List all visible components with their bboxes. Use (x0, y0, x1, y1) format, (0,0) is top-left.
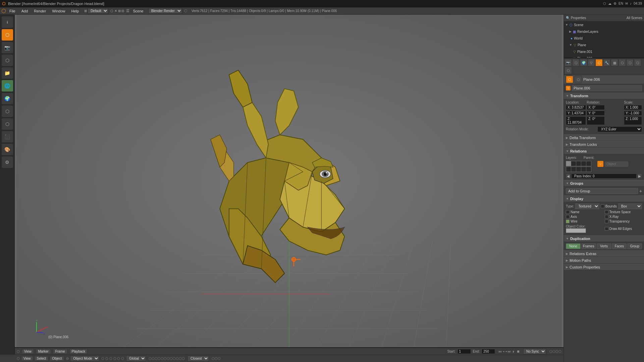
motion-paths-header[interactable]: ▶ Motion Paths (564, 257, 644, 264)
pass-index-inc[interactable]: ▶ (637, 173, 642, 179)
name-checkbox[interactable] (566, 210, 570, 214)
pass-index-dec[interactable]: ◀ (566, 173, 571, 179)
3d-viewport[interactable]: User Persp (15, 15, 564, 347)
render-props-btn[interactable]: 📷 (565, 59, 572, 66)
tool2-btn[interactable]: ⬡ (1, 118, 13, 130)
steam-btn[interactable]: ⚙ (1, 156, 13, 168)
texture-props-btn[interactable]: ⬡ (626, 59, 634, 66)
dup-faces-btn[interactable]: Faces (612, 243, 627, 249)
tl-marker-btn[interactable]: Marker (36, 349, 51, 354)
rot-z-field[interactable]: Z: 0° (587, 116, 605, 125)
browser-btn[interactable]: 🌐 (1, 80, 13, 92)
render-btn[interactable]: 📷 (1, 42, 13, 54)
compositor-btn[interactable]: ⬡ (1, 54, 13, 66)
layer-2[interactable] (571, 161, 576, 166)
xray-checkbox[interactable] (605, 215, 608, 219)
sync-select[interactable]: No Sync (523, 349, 546, 354)
terminal-btn[interactable]: ⬛ (1, 131, 13, 143)
render-engine-select[interactable]: Blender Render (148, 8, 182, 14)
transform-locks-header[interactable]: ▶ Transform Locks (564, 141, 644, 148)
view-menu-btn[interactable]: View (21, 356, 33, 361)
draw-all-edges-checkbox[interactable] (605, 227, 608, 231)
delta-transform-header[interactable]: ▶ Delta Transform (564, 134, 644, 141)
menu-render[interactable]: Render (31, 8, 49, 14)
start-frame-input[interactable] (458, 349, 471, 354)
layer-9[interactable] (581, 167, 586, 172)
particle-props-btn[interactable]: ⬡ (634, 59, 641, 66)
snap-select[interactable]: Closest (187, 356, 209, 361)
constraint-props-btn[interactable]: ⬡ (595, 59, 603, 66)
scale-z-field[interactable]: Z: 1.000 (624, 116, 642, 125)
axis-checkbox[interactable] (566, 215, 570, 219)
constraint-icon-btn[interactable]: ⬡ (575, 76, 582, 83)
layer-7[interactable] (571, 167, 576, 172)
dup-none-btn[interactable]: None (566, 243, 581, 249)
relations-section-header[interactable]: ▼ Relations (564, 148, 644, 155)
pass-index-value[interactable]: Pass Index: 0 (571, 174, 637, 179)
loc-x-field[interactable]: X: 3.82537 (566, 105, 586, 110)
outliner-plane[interactable]: ▼ ▽ Plane (568, 42, 644, 48)
layer-10[interactable] (586, 167, 591, 172)
paint-btn[interactable]: 🎨 (1, 143, 13, 156)
layer-3[interactable] (576, 161, 581, 166)
outliner-scene[interactable]: ▼ ⬡ Scene (564, 21, 644, 28)
bounds-checkbox[interactable] (601, 204, 604, 208)
outliner-renderlayers[interactable]: ▶ ▦ RenderLayers (568, 28, 644, 35)
rot-y-field[interactable]: Y: 0° (587, 111, 605, 116)
modifier-props-btn[interactable]: 🔧 (603, 59, 610, 66)
relations-extras-header[interactable]: ▶ Relations Extras (564, 250, 644, 257)
tool1-btn[interactable]: ⬡ (1, 105, 13, 117)
layer-5[interactable] (586, 161, 591, 166)
duplication-section-header[interactable]: ▼ Duplication (564, 235, 644, 242)
info-btn[interactable]: ℹ (1, 16, 13, 28)
menu-file[interactable]: File (7, 8, 18, 14)
obj-icon-btn[interactable]: ⬡ (566, 76, 573, 83)
groups-add-icon[interactable]: + (639, 188, 642, 194)
object-menu-btn[interactable]: Object (50, 356, 64, 361)
layer-4[interactable] (581, 161, 586, 166)
menu-add[interactable]: Add (19, 8, 31, 14)
world-props-btn[interactable]: 🌍 (580, 59, 587, 66)
bounds-type-select[interactable]: Box (618, 203, 642, 209)
menu-window[interactable]: Window (49, 8, 68, 14)
tl-view-btn[interactable]: View (22, 349, 34, 354)
outliner-plane002[interactable]: ▽ Plane.002 (572, 55, 644, 58)
layer-6[interactable] (566, 167, 571, 172)
dup-frames-btn[interactable]: Frames (581, 243, 596, 249)
scale-y-field[interactable]: Y: -1.000 (624, 111, 642, 116)
layer-8[interactable] (576, 167, 581, 172)
material-props-btn[interactable]: ⬡ (619, 59, 626, 66)
global-select[interactable]: Global (126, 356, 146, 361)
transparency-checkbox[interactable] (605, 220, 608, 223)
scene-label[interactable]: Scene (130, 8, 146, 14)
display-section-header[interactable]: ▼ Display (564, 195, 644, 202)
obj-color-swatch[interactable] (566, 228, 586, 233)
parent-input[interactable] (605, 162, 628, 167)
object-props-btn[interactable]: ▽ (588, 59, 595, 66)
select-menu-btn[interactable]: Select (35, 356, 49, 361)
outliner-world[interactable]: ● World (568, 35, 644, 42)
tl-playback-btn[interactable]: Playback (69, 349, 88, 354)
loc-z-field[interactable]: Z: 11.88704 (566, 116, 586, 125)
outliner-plane001[interactable]: ▽ Plane.001 (572, 48, 644, 55)
world-btn[interactable]: 🌍 (1, 93, 13, 105)
dup-group-btn[interactable]: Group (627, 243, 642, 249)
loc-y-field[interactable]: Y: 1.43704 (566, 111, 586, 116)
dup-verts-btn[interactable]: Verts (597, 243, 611, 249)
menu-help[interactable]: Help (69, 8, 82, 14)
groups-section-header[interactable]: ▼ Groups (564, 180, 644, 187)
display-type-select[interactable]: Textured (575, 203, 599, 209)
tl-frame-btn[interactable]: Frame (53, 349, 67, 354)
filebrowser-btn[interactable]: 📁 (1, 67, 13, 79)
transform-section-header[interactable]: ▼ Transform (564, 93, 644, 99)
physics-props-btn[interactable]: ⬡ (565, 67, 572, 74)
layout-select[interactable]: Default (88, 8, 108, 14)
end-frame-input[interactable] (482, 349, 495, 354)
rot-x-field[interactable]: X: 0° (587, 105, 605, 110)
wire-checkbox[interactable] (566, 220, 570, 223)
mode-select[interactable]: Object Mode (70, 356, 99, 361)
custom-properties-header[interactable]: ▶ Custom Properties (564, 264, 644, 270)
scene-btn[interactable]: ⬡ (1, 29, 13, 41)
layer-1[interactable] (566, 161, 571, 166)
scene-props-btn[interactable]: ⬡ (572, 59, 580, 66)
